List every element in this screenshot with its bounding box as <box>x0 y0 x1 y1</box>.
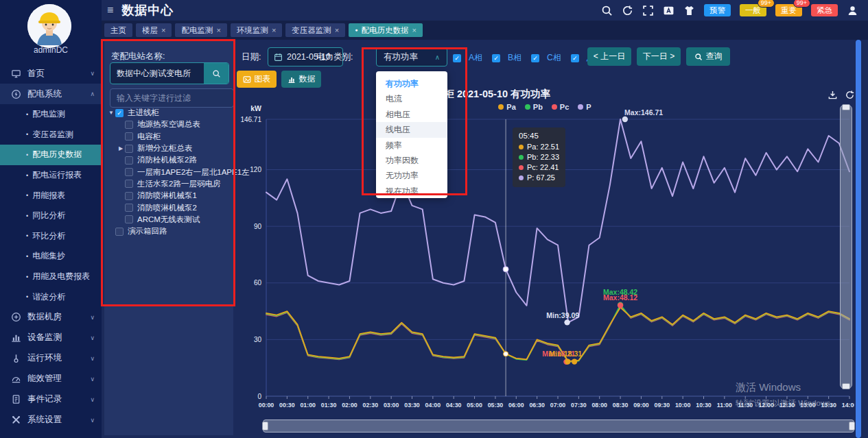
sidebar-subitem[interactable]: •配电运行报表 <box>0 165 102 186</box>
search-icon[interactable] <box>601 5 613 16</box>
tab-item[interactable]: 变压器监测× <box>285 23 345 37</box>
query-button[interactable]: 查询 <box>686 47 730 66</box>
sidebar-item[interactable]: 能效管理∨ <box>0 369 102 389</box>
tree-checkbox[interactable] <box>125 132 133 141</box>
tree-checkbox[interactable] <box>125 180 133 188</box>
dropdown-option[interactable]: 有功功率 <box>376 76 447 91</box>
tab-close-icon[interactable]: × <box>272 23 276 37</box>
phase-checkbox[interactable]: ✓C相 <box>531 52 561 64</box>
user-icon[interactable] <box>847 5 858 16</box>
tree-checkbox[interactable] <box>115 228 124 236</box>
tree-checkbox[interactable] <box>125 145 133 153</box>
tab-close-icon[interactable]: × <box>335 23 339 37</box>
tree-node[interactable]: 消防栓机械泵2路 <box>107 154 232 166</box>
sidebar-item[interactable]: 配电系统∧ <box>0 84 102 104</box>
sidebar-subitem[interactable]: •用能报表 <box>0 185 102 206</box>
sidebar-subitem[interactable]: •变压器监测 <box>0 125 102 145</box>
sidebar-subitem[interactable]: •配电历史数据 <box>0 145 102 165</box>
theme-icon[interactable] <box>683 5 695 16</box>
alarm-button[interactable]: 预警 <box>704 4 731 16</box>
data-view-button[interactable]: 数据 <box>281 71 321 88</box>
sidebar-item[interactable]: 系统设置∨ <box>0 410 102 430</box>
chart-annotation: Max:48.12 <box>603 293 637 302</box>
datazoom-handle-bottom[interactable] <box>842 383 850 389</box>
vertical-datazoom-slider[interactable] <box>840 105 852 389</box>
sidebar-item[interactable]: 设备监测∨ <box>0 328 102 348</box>
scrollbar-thumb[interactable] <box>856 40 861 438</box>
caret-right-icon[interactable]: ▶ <box>117 145 125 151</box>
alarm-button[interactable]: 紧急 <box>811 4 838 16</box>
x-axis-tick-label: 13:00 <box>800 402 816 409</box>
tree-filter-input[interactable]: 输入关键字进行过滤 <box>110 88 234 108</box>
tree-node[interactable]: ARCM无线表测试 <box>107 214 232 226</box>
sidebar-subitem[interactable]: •配电监测 <box>0 104 102 125</box>
tree-checkbox[interactable] <box>125 204 133 212</box>
datazoom-handle-left[interactable] <box>262 422 268 430</box>
sidebar-subitem[interactable]: •用能及电费报表 <box>0 267 102 287</box>
previous-day-button[interactable]: < 上一日 <box>587 47 631 66</box>
user-avatar[interactable] <box>27 4 71 48</box>
tree-node[interactable]: ▶新增分立柜总表 <box>107 143 232 154</box>
tab-close-icon[interactable]: × <box>161 23 165 37</box>
download-icon[interactable] <box>828 90 838 100</box>
sidebar-subitem[interactable]: •同比分析 <box>0 206 102 226</box>
chart-view-button[interactable]: 图表 <box>237 71 277 88</box>
refresh-icon[interactable] <box>622 5 633 16</box>
dropdown-option[interactable]: 电流 <box>376 91 447 106</box>
tab-close-icon[interactable]: × <box>216 23 220 37</box>
dropdown-option[interactable]: 频率 <box>376 138 447 153</box>
station-search-input[interactable]: 数据中心测试变电所 <box>110 62 229 84</box>
tree-node[interactable]: 演示箱回路 <box>107 226 232 237</box>
datazoom-handle-top[interactable] <box>842 104 850 110</box>
tab-label: 环境监测 <box>237 23 268 37</box>
hamburger-menu-icon[interactable]: ≡ <box>107 4 113 16</box>
datazoom-handle-right[interactable] <box>849 422 855 430</box>
tree-checkbox[interactable]: ✓ <box>115 109 124 117</box>
tree-checkbox[interactable] <box>125 121 133 129</box>
alarm-button[interactable]: 一般99+ <box>740 4 766 16</box>
next-day-button[interactable]: 下一日 > <box>637 47 681 66</box>
sidebar-item[interactable]: 首页∨ <box>0 63 102 84</box>
phase-checkbox[interactable]: ✓B相 <box>492 52 521 64</box>
tree-node[interactable]: 一层南1APE2右一层北1APE1左 <box>107 166 232 178</box>
tree-checkbox[interactable] <box>125 192 133 200</box>
horizontal-datazoom-slider[interactable] <box>263 419 854 433</box>
tree-checkbox[interactable] <box>125 168 133 176</box>
sidebar-item[interactable]: 事件记录∨ <box>0 389 102 410</box>
tree-node[interactable]: 生活水泵2路一层弱电房 <box>107 178 232 190</box>
tree-node[interactable]: 消防喷淋机械泵1 <box>107 190 232 202</box>
sidebar-item[interactable]: 数据机房∨ <box>0 307 102 328</box>
sidebar-subitem[interactable]: •谐波分析 <box>0 287 102 307</box>
tab-item[interactable]: 楼层× <box>136 23 172 37</box>
phase-checkbox[interactable]: ✓A相 <box>453 52 482 64</box>
sidebar-item[interactable]: 运行环境∨ <box>0 348 102 369</box>
avatar-illustration <box>27 4 71 48</box>
dropdown-option[interactable]: 无功功率 <box>376 168 447 183</box>
caret-down-icon[interactable]: ▼ <box>107 110 115 116</box>
station-search-button[interactable] <box>204 63 228 84</box>
sidebar-subitem[interactable]: •环比分析 <box>0 226 102 247</box>
tree-node[interactable]: 地源热泵空调总表 <box>107 119 232 130</box>
tab-item[interactable]: 主页 <box>104 23 132 37</box>
power-type-select[interactable]: 有功功率 ∧ <box>376 47 447 66</box>
tab-item[interactable]: 环境监测× <box>231 23 282 37</box>
alarm-button[interactable]: 重要99+ <box>775 4 802 16</box>
refresh-icon[interactable] <box>845 90 855 100</box>
dropdown-option[interactable]: 线电压 <box>376 122 447 137</box>
sidebar-item-label: 配电系统 <box>27 88 62 100</box>
tree-node[interactable]: 消防喷淋机械泵2 <box>107 202 232 213</box>
dropdown-option[interactable]: 相电压 <box>376 107 447 122</box>
tree-checkbox[interactable] <box>125 215 133 223</box>
fullscreen-icon[interactable] <box>642 5 654 16</box>
tree-node[interactable]: ▼✓主进线柜 <box>107 107 232 119</box>
tree-node[interactable]: 电容柜 <box>107 131 232 143</box>
dropdown-option[interactable]: 视在功率 <box>376 184 447 198</box>
translate-icon[interactable] <box>663 5 675 16</box>
sidebar-subitem[interactable]: •电能集抄 <box>0 246 102 267</box>
tab-item[interactable]: 配电监测× <box>175 23 226 37</box>
x-axis-tick-label: 09:00 <box>633 402 649 409</box>
dropdown-option[interactable]: 功率因数 <box>376 153 447 168</box>
tree-checkbox[interactable] <box>125 156 133 165</box>
tab-close-icon[interactable]: × <box>412 23 416 37</box>
tab-item[interactable]: ●配电历史数据× <box>349 23 423 37</box>
